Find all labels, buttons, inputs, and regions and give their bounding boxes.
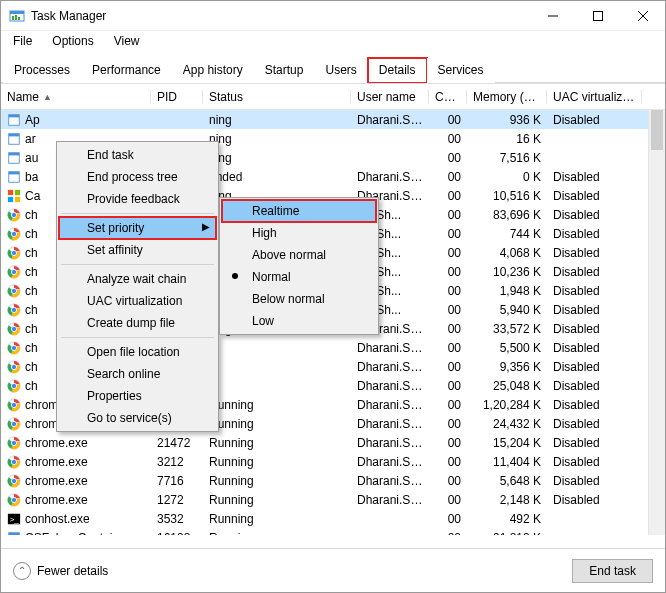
process-cpu: 00 <box>429 208 467 222</box>
process-icon <box>7 436 21 450</box>
process-memory: 0 K <box>467 170 547 184</box>
process-cpu: 00 <box>429 531 467 536</box>
table-row[interactable]: chrome.exe3212RunningDharani.Sh...0011,4… <box>1 452 665 471</box>
col-name[interactable]: Name▲ <box>1 90 151 104</box>
context-menu-item[interactable]: Search online <box>59 363 216 385</box>
table-row[interactable]: CSFalconContainer.e16128Running0091,812 … <box>1 528 665 535</box>
maximize-button[interactable] <box>575 1 620 30</box>
process-status: ning <box>203 151 351 165</box>
priority-menu-item[interactable]: Realtime <box>222 200 376 222</box>
process-status: Running <box>203 493 351 507</box>
svg-rect-2 <box>12 16 14 20</box>
menubar: File Options View <box>1 31 665 51</box>
context-menu-item[interactable]: Set affinity <box>59 239 216 261</box>
tab-app-history[interactable]: App history <box>172 58 254 83</box>
process-memory: 5,940 K <box>467 303 547 317</box>
process-user: Dharani.Sh... <box>351 170 429 184</box>
col-pid[interactable]: PID <box>151 90 203 104</box>
process-icon <box>7 284 21 298</box>
process-uac: Disabled <box>547 341 642 355</box>
process-memory: 91,812 K <box>467 531 547 536</box>
col-status[interactable]: Status <box>203 90 351 104</box>
priority-menu-item[interactable]: Below normal <box>222 288 376 310</box>
process-cpu: 00 <box>429 284 467 298</box>
tab-processes[interactable]: Processes <box>3 58 81 83</box>
process-status: Running <box>203 531 351 536</box>
process-memory: 1,948 K <box>467 284 547 298</box>
process-icon <box>7 113 21 127</box>
process-cpu: 00 <box>429 379 467 393</box>
priority-menu-label: Normal <box>252 270 291 284</box>
context-menu-item[interactable]: End process tree <box>59 166 216 188</box>
minimize-button[interactable] <box>530 1 575 30</box>
titlebar: Task Manager <box>1 1 665 31</box>
table-row[interactable]: >_conhost.exe3532Running00492 K <box>1 509 665 528</box>
process-uac: Disabled <box>547 284 642 298</box>
end-task-button[interactable]: End task <box>572 559 653 583</box>
col-uac[interactable]: UAC virtualizat... <box>547 90 642 104</box>
tab-users[interactable]: Users <box>314 58 367 83</box>
process-status: ning <box>203 132 351 146</box>
context-menu-item[interactable]: Go to service(s) <box>59 407 216 429</box>
svg-rect-16 <box>9 171 20 174</box>
process-uac: Disabled <box>547 417 642 431</box>
context-menu-item[interactable]: Open file location <box>59 341 216 363</box>
process-icon <box>7 208 21 222</box>
scrollbar-thumb[interactable] <box>651 110 663 150</box>
context-menu-item[interactable]: Analyze wait chain <box>59 268 216 290</box>
svg-point-53 <box>11 402 16 407</box>
svg-point-68 <box>11 497 16 502</box>
process-memory: 1,20,284 K <box>467 398 547 412</box>
process-cpu: 00 <box>429 360 467 374</box>
menu-options[interactable]: Options <box>44 32 101 50</box>
process-name: ch <box>25 246 38 260</box>
priority-menu-item[interactable]: Low <box>222 310 376 332</box>
table-row[interactable]: chrome.exe21472RunningDharani.Sh...0015,… <box>1 433 665 452</box>
vertical-scrollbar[interactable] <box>648 110 665 535</box>
tab-startup[interactable]: Startup <box>254 58 315 83</box>
svg-point-35 <box>11 288 16 293</box>
svg-rect-14 <box>9 152 20 155</box>
process-name: au <box>25 151 38 165</box>
priority-menu-item[interactable]: Above normal <box>222 244 376 266</box>
table-row[interactable]: chrome.exe7716RunningDharani.Sh...005,64… <box>1 471 665 490</box>
context-menu-item[interactable]: Create dump file <box>59 312 216 334</box>
priority-menu-label: Above normal <box>252 248 326 262</box>
close-button[interactable] <box>620 1 665 30</box>
process-icon <box>7 417 21 431</box>
col-cpu[interactable]: CPU <box>429 90 467 104</box>
tab-performance[interactable]: Performance <box>81 58 172 83</box>
priority-menu-item[interactable]: Normal <box>222 266 376 288</box>
process-cpu: 00 <box>429 265 467 279</box>
col-memory[interactable]: Memory (a... <box>467 90 547 104</box>
process-icon <box>7 170 21 184</box>
svg-point-47 <box>11 364 16 369</box>
context-menu-item[interactable]: Properties <box>59 385 216 407</box>
process-cpu: 00 <box>429 417 467 431</box>
fewer-details-button[interactable]: ⌃ Fewer details <box>13 562 108 580</box>
menu-file[interactable]: File <box>5 32 40 50</box>
col-user[interactable]: User name <box>351 90 429 104</box>
context-menu-item[interactable]: Set priority▶ <box>59 217 216 239</box>
tab-details[interactable]: Details <box>368 58 427 83</box>
context-menu-item[interactable]: UAC virtualization <box>59 290 216 312</box>
process-icon <box>7 474 21 488</box>
table-row[interactable]: ApningDharani.Sh...00936 KDisabled <box>1 110 665 129</box>
window-controls <box>530 1 665 30</box>
context-menu-item[interactable]: End task <box>59 144 216 166</box>
process-user: Dharani.Sh... <box>351 474 429 488</box>
process-user: Dharani.Sh... <box>351 360 429 374</box>
tab-services[interactable]: Services <box>427 58 495 83</box>
context-menu: End taskEnd process treeProvide feedback… <box>56 141 219 432</box>
table-row[interactable]: chrome.exe1272RunningDharani.Sh...002,14… <box>1 490 665 509</box>
priority-menu-item[interactable]: High <box>222 222 376 244</box>
context-menu-item[interactable]: Provide feedback <box>59 188 216 210</box>
process-uac: Disabled <box>547 265 642 279</box>
process-icon <box>7 341 21 355</box>
process-uac: Disabled <box>547 398 642 412</box>
process-cpu: 00 <box>429 512 467 526</box>
process-name: chrome.exe <box>25 493 88 507</box>
menu-view[interactable]: View <box>106 32 148 50</box>
process-pid: 7716 <box>151 474 203 488</box>
process-name: ch <box>25 322 38 336</box>
